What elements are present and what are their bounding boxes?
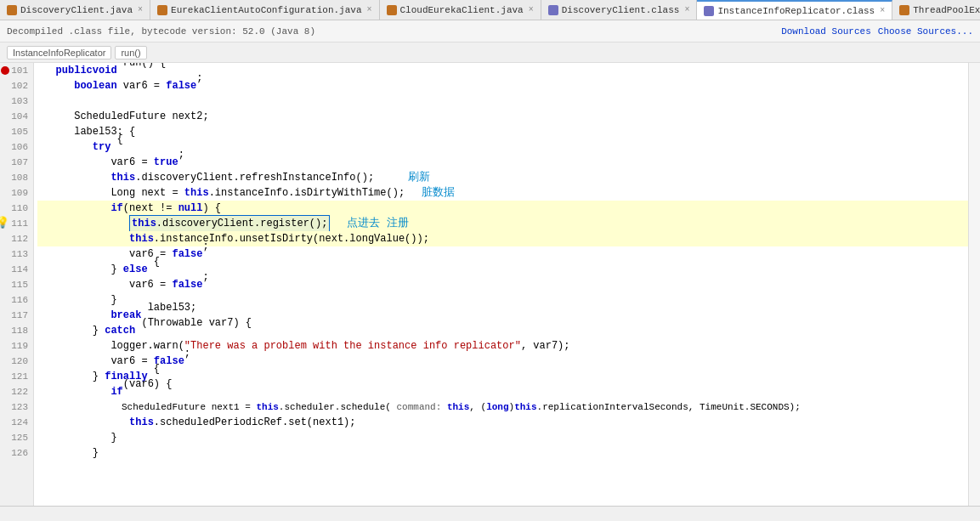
- gutter-line-103: 103: [0, 93, 33, 109]
- tab-label: InstanceInfoReplicator.class: [717, 6, 875, 16]
- gutter-line-104: 104: [0, 109, 33, 124]
- breadcrumb-class[interactable]: InstanceInfoReplicator: [7, 46, 111, 59]
- tab-label: ThreadPoolExecutor.java: [913, 5, 980, 15]
- breadcrumb-bar: InstanceInfoReplicator run(): [0, 42, 980, 63]
- code-line-111: this.discoveryClient.register(); 点进去 注册: [37, 216, 968, 231]
- code-line-124: this.scheduledPeriodicRef.set(next1);: [37, 415, 968, 430]
- gutter-line-101: 101: [0, 63, 33, 78]
- line-num: 101: [11, 63, 28, 78]
- annotation-109: 脏数据: [422, 185, 455, 201]
- line-number-gutter: 101 102 103 104 105 106 107 108 109 110 …: [0, 63, 34, 506]
- tab-close-2[interactable]: ×: [529, 5, 534, 14]
- tab-cloud-eureka-client[interactable]: CloudEurekaClient.java ×: [380, 0, 541, 20]
- code-line-112: this.instanceInfo.unsetIsDirty(next.long…: [37, 231, 968, 246]
- code-line-118: } catch (Throwable var7) {: [37, 323, 968, 338]
- line-num: 111: [11, 216, 28, 231]
- code-line-105: label53: {: [37, 124, 968, 139]
- class-icon: [704, 6, 714, 16]
- java-icon: [899, 5, 909, 15]
- annotation-111: 点进去 注册: [347, 216, 409, 231]
- info-bar-actions: Download Sources Choose Sources...: [781, 26, 973, 37]
- annotation-108: 刷新: [408, 170, 430, 185]
- tab-thread-pool-executor[interactable]: ThreadPoolExecutor.java ×: [892, 0, 980, 20]
- vertical-scrollbar[interactable]: [968, 63, 980, 506]
- code-line-122: if(var6) {: [37, 384, 968, 399]
- gutter-line-118: 118: [0, 323, 33, 338]
- tab-close-0[interactable]: ×: [138, 5, 143, 14]
- tab-bar: DiscoveryClient.java × EurekaClientAutoC…: [0, 0, 980, 20]
- code-line-114: } else {: [37, 262, 968, 277]
- code-line-106: try {: [37, 139, 968, 155]
- decompiled-info: Decompiled .class file, bytecode version…: [7, 26, 315, 37]
- gutter-line-109: 109: [0, 185, 33, 201]
- tab-discovery-client-class[interactable]: DiscoveryClient.class ×: [541, 0, 698, 20]
- code-line-120: var6 = false;: [37, 354, 968, 369]
- tab-discovery-client-java[interactable]: DiscoveryClient.java ×: [0, 0, 150, 20]
- gutter-line-105: 105: [0, 124, 33, 139]
- lightbulb-icon: 💡: [0, 216, 9, 231]
- info-bar: Decompiled .class file, bytecode version…: [0, 20, 980, 42]
- code-line-110: if(next != null) {: [37, 201, 968, 216]
- code-line-123: ScheduledFuture next1 = this.scheduler.s…: [37, 399, 968, 415]
- code-line-125: }: [37, 430, 968, 445]
- tab-label: DiscoveryClient.java: [20, 5, 133, 15]
- code-line-102: boolean var6 = false;: [37, 78, 968, 93]
- code-line-126: }: [37, 445, 968, 461]
- code-line-108: this.discoveryClient.refreshInstanceInfo…: [37, 170, 968, 185]
- gutter-line-114: 114: [0, 262, 33, 277]
- choose-sources-link[interactable]: Choose Sources...: [878, 26, 973, 37]
- gutter-line-115: 115: [0, 277, 33, 292]
- tab-close-3[interactable]: ×: [684, 5, 689, 14]
- gutter-line-106: 106: [0, 139, 33, 155]
- tab-close-4[interactable]: ×: [880, 6, 885, 15]
- gutter-line-110: 110: [0, 201, 33, 216]
- code-line-104: ScheduledFuture next2;: [37, 109, 968, 124]
- java-icon: [157, 5, 167, 15]
- gutter-line-107: 107: [0, 155, 33, 170]
- breakpoint-icon: [1, 66, 9, 75]
- tab-label: EurekaClientAutoConfiguration.java: [171, 5, 361, 15]
- gutter-line-125: 125: [0, 430, 33, 445]
- code-line-115: var6 = false;: [37, 277, 968, 292]
- gutter-line-113: 113: [0, 246, 33, 262]
- code-line-109: Long next = this.instanceInfo.isDirtyWit…: [37, 185, 968, 201]
- gutter-line-112: 112: [0, 231, 33, 246]
- tab-label: CloudEurekaClient.java: [400, 5, 524, 15]
- code-line-103: [37, 93, 968, 109]
- class-icon: [548, 5, 558, 15]
- gutter-line-117: 117: [0, 308, 33, 323]
- gutter-line-111: 💡 111: [0, 216, 33, 231]
- code-line-121: } finally {: [37, 369, 968, 384]
- tab-eureka-auto-config[interactable]: EurekaClientAutoConfiguration.java ×: [150, 0, 379, 20]
- gutter-line-119: 119: [0, 338, 33, 354]
- java-icon: [387, 5, 397, 15]
- gutter-line-121: 121: [0, 369, 33, 384]
- tab-instance-info-replicator[interactable]: InstanceInfoReplicator.class ×: [697, 0, 892, 20]
- code-line-107: var6 = true;: [37, 155, 968, 170]
- code-line-113: var6 = false;: [37, 246, 968, 262]
- status-bar: [0, 506, 980, 521]
- breadcrumb-method[interactable]: run(): [115, 46, 146, 59]
- code-line-101: public void run() {: [37, 63, 968, 78]
- gutter-line-116: 116: [0, 292, 33, 308]
- download-sources-link[interactable]: Download Sources: [781, 26, 871, 37]
- gutter-line-126: 126: [0, 445, 33, 461]
- gutter-line-102: 102: [0, 78, 33, 93]
- tab-close-1[interactable]: ×: [366, 5, 371, 14]
- gutter-line-123: 123: [0, 399, 33, 415]
- gutter-line-124: 124: [0, 415, 33, 430]
- code-content: public void run() { boolean var6 = false…: [34, 63, 968, 506]
- gutter-line-108: 108: [0, 170, 33, 185]
- tab-label: DiscoveryClient.class: [562, 5, 680, 15]
- gutter-line-120: 120: [0, 354, 33, 369]
- java-icon: [7, 5, 17, 15]
- code-line-119: logger.warn("There was a problem with th…: [37, 338, 968, 354]
- code-area: 101 102 103 104 105 106 107 108 109 110 …: [0, 63, 980, 506]
- gutter-line-122: 122: [0, 384, 33, 399]
